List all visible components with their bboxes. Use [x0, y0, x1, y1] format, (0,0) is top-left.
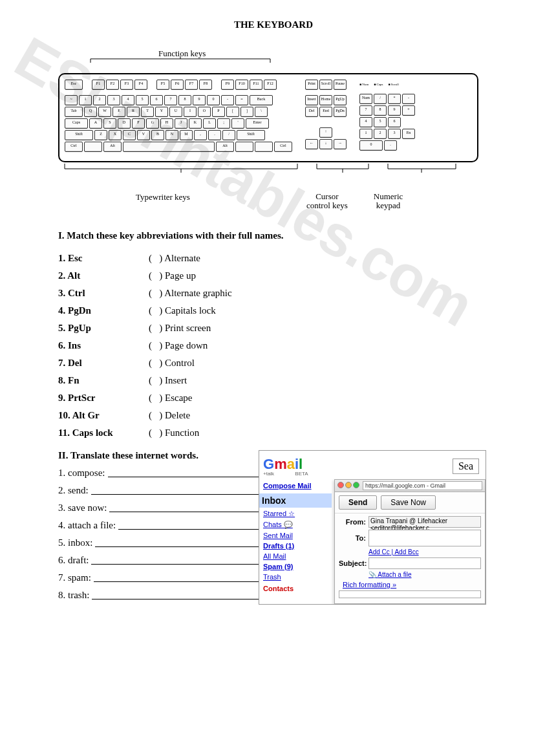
key: Ctrl: [65, 142, 83, 152]
key: 2: [374, 129, 387, 139]
gmail-beta: BETA: [295, 471, 308, 477]
key: /: [222, 130, 235, 140]
key: Shift: [237, 130, 265, 140]
gmail-compose-link[interactable]: Compose Mail: [263, 482, 328, 490]
key: 1: [359, 129, 372, 139]
match-full: ( ) Page up: [149, 270, 196, 281]
translate-label: 8. trash:: [58, 590, 89, 601]
key: Shift: [65, 130, 93, 140]
add-cc-bcc[interactable]: Add Cc | Add Bcc: [368, 548, 481, 556]
keyboard-nav: PrintScrollPause InsertHomePgUp DelEndPg…: [305, 80, 347, 153]
match-abbr: 8. Fn: [58, 375, 149, 386]
translate-row: 3. save now:: [58, 502, 259, 513]
key: \: [255, 107, 268, 117]
key: B: [151, 130, 164, 140]
match-full: ( ) Escape: [149, 393, 192, 404]
key: S: [103, 118, 116, 129]
match-row: 7. Del( ) Control: [58, 358, 489, 369]
key: F9: [221, 80, 234, 90]
key: 8: [374, 105, 387, 116]
blank-line[interactable]: [95, 537, 259, 547]
save-now-button[interactable]: Save Now: [381, 495, 436, 510]
key: [255, 142, 273, 152]
key: -: [221, 95, 234, 105]
blank-line[interactable]: [91, 485, 259, 495]
match-full: ( ) Print screen: [149, 323, 211, 334]
key: 0: [359, 140, 383, 151]
key: [123, 142, 215, 152]
to-label: To:: [339, 534, 366, 542]
key: ↓: [319, 139, 332, 149]
from-field[interactable]: Gina Trapani @ Lifehacker <editor@lifeha…: [368, 516, 481, 528]
key: P: [212, 107, 225, 117]
gmail-compose-window: https://mail.google.com - Gmail Send Sav…: [334, 479, 486, 604]
blank-line[interactable]: [109, 502, 259, 512]
key: End: [319, 107, 332, 117]
key: F5: [156, 80, 169, 90]
send-button[interactable]: Send: [339, 495, 377, 510]
translate-label: 7. spam:: [58, 572, 91, 583]
match-row: 2. Alt( ) Page up: [58, 270, 489, 281]
keyboard-diagram: Function keys EscF1F2F3F4F5F6F7F8F9F10F1…: [58, 56, 478, 211]
key: =: [235, 95, 248, 105]
keyboard-numpad: ■ Num■ Caps■ Scroll Num/*- 789+ 456 123E…: [359, 80, 415, 153]
key: .: [208, 130, 221, 140]
match-full: ( ) Alternate: [149, 253, 200, 264]
match-abbr: 4. PgDn: [58, 305, 149, 316]
match-abbr: 11. Caps lock: [58, 427, 149, 438]
key: E: [112, 107, 125, 117]
attach-link[interactable]: 📎 Attach a file: [368, 571, 481, 578]
gmail-nav-item[interactable]: Trash: [263, 573, 328, 581]
match-full: ( ) Page down: [149, 340, 208, 351]
key: R: [127, 107, 140, 117]
section1-header: I. Match these key abbreviations with th…: [58, 230, 489, 241]
key: ←: [305, 139, 318, 149]
key: 5: [136, 95, 149, 105]
match-row: 3. Ctrl( ) Alternate graphic: [58, 288, 489, 299]
key: 6: [150, 95, 163, 105]
key: G: [146, 118, 159, 129]
rich-formatting[interactable]: Rich formatting »: [343, 581, 396, 589]
key: F: [132, 118, 145, 129]
gmail-nav-item[interactable]: All Mail: [263, 552, 328, 560]
key: 5: [374, 117, 387, 127]
subject-field[interactable]: [368, 557, 481, 569]
translate-label: 2. send:: [58, 485, 89, 496]
match-row: 9. PrtScr( ) Escape: [58, 393, 489, 404]
key: En: [402, 129, 415, 139]
key: M: [180, 130, 193, 140]
gmail-nav-item[interactable]: Drafts (1): [263, 542, 328, 550]
gmail-contacts[interactable]: Contacts: [263, 585, 328, 592]
match-row: 5. PgUp( ) Print screen: [58, 323, 489, 334]
to-field[interactable]: [368, 530, 481, 546]
gmail-inbox[interactable]: Inbox: [259, 493, 332, 508]
gmail-nav-item[interactable]: Chats 💬: [263, 521, 328, 529]
key: ~: [65, 95, 78, 105]
key: /: [374, 94, 387, 104]
key: O: [198, 107, 211, 117]
key: F4: [134, 80, 147, 90]
gmail-nav-item[interactable]: Sent Mail: [263, 532, 328, 539]
key: V: [137, 130, 150, 140]
key: 7: [359, 105, 372, 116]
body-field[interactable]: [339, 590, 481, 598]
gmail-nav-item[interactable]: Starred ☆: [263, 510, 328, 518]
key: 8: [178, 95, 191, 105]
blank-line[interactable]: [118, 520, 259, 530]
blank-line[interactable]: [108, 468, 259, 477]
key: 1: [79, 95, 92, 105]
key: ,: [194, 130, 207, 140]
blank-line[interactable]: [94, 572, 259, 582]
blank-line[interactable]: [92, 590, 259, 599]
key: Back: [250, 95, 273, 105]
gmail-search[interactable]: Sea: [453, 459, 479, 474]
key: ↑: [319, 127, 332, 138]
window-controls[interactable]: [337, 482, 361, 490]
address-bar[interactable]: https://mail.google.com - Gmail: [363, 481, 482, 490]
match-full: ( ) Insert: [149, 375, 187, 386]
key: T: [141, 107, 154, 117]
key: -: [402, 94, 415, 104]
blank-line[interactable]: [91, 555, 259, 565]
gmail-nav-item[interactable]: Spam (9): [263, 563, 328, 570]
key: Y: [155, 107, 168, 117]
